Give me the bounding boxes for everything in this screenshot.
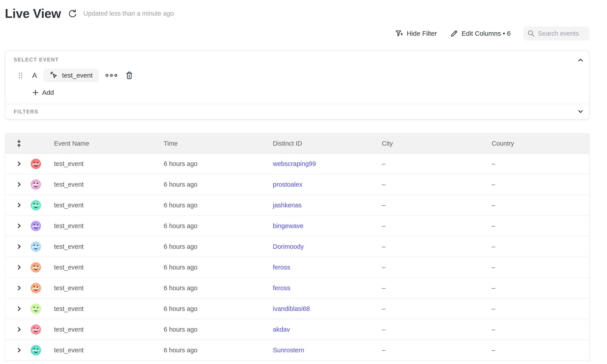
event-chip[interactable]: test_event — [43, 68, 99, 82]
chevron-right-icon — [16, 202, 22, 208]
column-header-time: Time — [159, 140, 269, 147]
expand-row-button[interactable] — [16, 202, 22, 208]
trash-icon — [125, 71, 134, 80]
chevron-right-icon — [16, 326, 22, 333]
collapse-rows-button[interactable] — [16, 139, 22, 148]
more-options-button[interactable] — [105, 73, 118, 77]
row-event-name: test_event — [50, 285, 159, 292]
table-row: test_event 6 hours ago Sunrostern – – — [5, 340, 589, 361]
expand-row-button[interactable] — [16, 181, 22, 187]
avatar — [31, 283, 41, 293]
row-country: – — [487, 243, 589, 250]
avatar-face-icon — [31, 345, 41, 355]
collapse-select-event-button[interactable] — [577, 57, 584, 63]
filter-icon — [395, 29, 403, 38]
table-row: test_event 6 hours ago prostoalex – – — [5, 174, 589, 195]
row-city: – — [378, 181, 487, 188]
avatar — [31, 179, 41, 190]
chevron-right-icon — [16, 244, 22, 250]
row-country: – — [487, 264, 589, 271]
row-city: – — [378, 222, 487, 230]
row-city: – — [378, 202, 487, 209]
expand-filters-button[interactable] — [577, 109, 584, 114]
table-row: test_event 6 hours ago jashkenas – – — [5, 195, 589, 216]
chevron-right-icon — [16, 223, 22, 229]
refresh-icon — [68, 9, 77, 18]
row-event-name: test_event — [50, 222, 159, 230]
table-body: test_event 6 hours ago webscraping99 – – — [5, 154, 589, 361]
edit-columns-label: Edit Columns • 6 — [462, 30, 510, 37]
avatar-face-icon — [31, 200, 41, 210]
row-distinct-id[interactable]: feross — [273, 285, 290, 291]
row-distinct-id[interactable]: Sunrostern — [273, 347, 304, 354]
cursor-click-icon — [50, 71, 58, 80]
event-row: A test_event — [5, 68, 589, 82]
row-city: – — [378, 243, 487, 250]
expand-row-button[interactable] — [16, 347, 22, 353]
table-row: test_event 6 hours ago webscraping99 – – — [5, 154, 589, 174]
refresh-button[interactable] — [68, 9, 77, 18]
row-event-name: test_event — [50, 326, 159, 333]
row-city: – — [378, 264, 487, 271]
column-header-country: Country — [487, 140, 589, 147]
row-event-name: test_event — [50, 243, 159, 250]
delete-event-button[interactable] — [125, 71, 134, 80]
chevron-right-icon — [16, 347, 22, 353]
drag-handle-icon[interactable] — [18, 72, 23, 79]
row-time: 6 hours ago — [159, 181, 269, 188]
row-distinct-id[interactable]: bingewave — [273, 222, 304, 229]
row-country: – — [487, 347, 589, 354]
row-distinct-id[interactable]: ivandiblasi68 — [273, 305, 310, 312]
row-distinct-id[interactable]: webscraping99 — [273, 160, 316, 167]
row-event-name: test_event — [50, 160, 159, 168]
updated-status: Updated less than a minute ago — [83, 10, 174, 17]
hide-filter-button[interactable]: Hide Filter — [395, 29, 437, 38]
row-country: – — [487, 160, 589, 168]
expand-row-button[interactable] — [16, 285, 22, 291]
search-input[interactable] — [538, 30, 586, 37]
add-event-label: Add — [42, 89, 54, 96]
plus-icon — [32, 89, 39, 96]
row-distinct-id[interactable]: feross — [273, 264, 290, 271]
event-chip-label: test_event — [62, 72, 92, 79]
more-icon — [105, 73, 118, 77]
avatar — [31, 200, 41, 210]
avatar-face-icon — [31, 283, 41, 293]
row-distinct-id[interactable]: prostoalex — [273, 181, 303, 188]
row-distinct-id[interactable]: Dorimoody — [273, 243, 304, 250]
chevron-up-icon — [577, 57, 584, 63]
expand-row-button[interactable] — [16, 326, 22, 333]
expand-row-button[interactable] — [16, 244, 22, 250]
avatar — [31, 324, 41, 335]
chevron-right-icon — [16, 285, 22, 291]
avatar — [31, 345, 41, 355]
expand-row-button[interactable] — [16, 264, 22, 270]
row-event-name: test_event — [50, 264, 159, 271]
column-header-city: City — [378, 140, 487, 147]
row-city: – — [378, 160, 487, 168]
avatar-face-icon — [31, 159, 41, 169]
table-row: test_event 6 hours ago Dorimoody – – — [5, 236, 589, 257]
chevron-right-icon — [16, 264, 22, 270]
row-distinct-id[interactable]: jashkenas — [273, 202, 302, 209]
row-city: – — [378, 326, 487, 333]
expand-row-button[interactable] — [16, 306, 22, 312]
expand-row-button[interactable] — [16, 161, 22, 167]
row-time: 6 hours ago — [159, 243, 269, 250]
chevron-down-icon — [577, 109, 584, 114]
search-icon — [527, 30, 535, 37]
row-distinct-id[interactable]: akdav — [273, 326, 290, 333]
add-event-button[interactable]: Add — [32, 89, 54, 96]
avatar-face-icon — [31, 324, 41, 335]
expand-row-button[interactable] — [16, 223, 22, 229]
row-country: – — [487, 305, 589, 312]
avatar-face-icon — [31, 304, 41, 314]
events-table: Event Name Time Distinct ID City Country — [5, 133, 590, 363]
avatar-face-icon — [31, 221, 41, 231]
edit-columns-button[interactable]: Edit Columns • 6 — [450, 29, 510, 38]
search-box[interactable] — [524, 26, 590, 40]
row-event-name: test_event — [50, 347, 159, 354]
row-country: – — [487, 326, 589, 333]
toolbar: Hide Filter Edit Columns • 6 — [5, 26, 590, 41]
row-event-name: test_event — [50, 202, 159, 209]
